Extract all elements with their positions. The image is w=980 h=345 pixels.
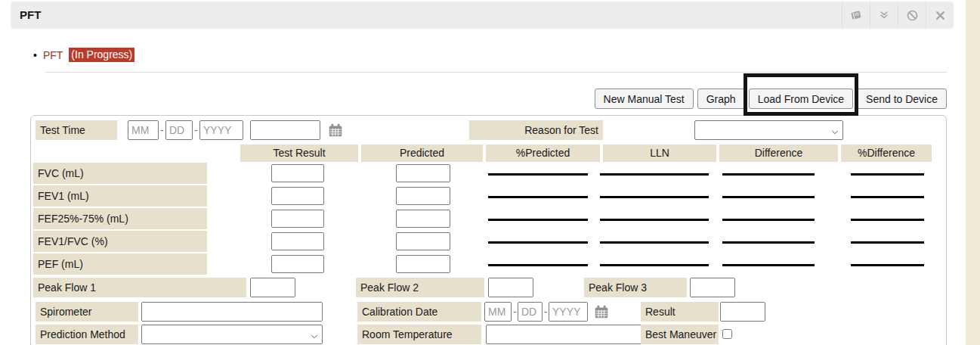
pef-pct-difference-line (851, 264, 924, 266)
column-header-pct-predicted: %Predicted (486, 145, 600, 162)
fef2575-predicted-input[interactable] (396, 210, 450, 228)
date-separator: - (194, 120, 198, 140)
fvc-pct-predicted-line (488, 173, 588, 176)
calendar-icon[interactable] (593, 303, 610, 322)
send-to-device-button[interactable]: Send to Device (857, 89, 947, 109)
new-manual-test-button[interactable]: New Manual Test (595, 89, 694, 109)
fev1fvc-difference-line (722, 241, 815, 244)
spirometer-input[interactable] (141, 302, 323, 322)
fev1fvc-predicted-input[interactable] (396, 232, 450, 250)
load-from-device-button[interactable]: Load From Device (749, 89, 853, 109)
pft-panel: PFT (0, 0, 980, 345)
fev1-difference-line (722, 196, 815, 198)
pef-difference-line (722, 264, 815, 266)
room-temperature-label: Room Temperature (357, 325, 481, 344)
column-header-pct-difference: %Difference (841, 145, 932, 162)
fev1fvc-lln-line (600, 241, 709, 244)
date-separator: - (544, 302, 548, 322)
column-header-predicted: Predicted (361, 145, 483, 162)
fef2575-pct-difference-line (851, 219, 924, 221)
book-icon[interactable] (842, 2, 870, 29)
prediction-method-label: Prediction Method (36, 325, 138, 344)
circle-slash-icon[interactable] (898, 2, 926, 29)
column-header-test-result: Test Result (240, 145, 358, 162)
test-time-time-input[interactable] (250, 120, 320, 140)
test-time-day-input[interactable] (165, 120, 193, 140)
calibration-day-input[interactable] (518, 302, 543, 322)
panel-toolbar (842, 2, 954, 29)
test-time-label: Test Time (36, 120, 117, 140)
fvc-lln-line (600, 173, 709, 176)
row-label-fef2575: FEF25%-75% (mL) (33, 208, 207, 229)
calibration-date-label: Calibration Date (357, 302, 481, 322)
fvc-test-result-input[interactable] (271, 164, 324, 182)
fev1-predicted-input[interactable] (396, 187, 450, 205)
result-label: Result (641, 302, 719, 322)
action-button-row: New Manual Test Graph Load From Device S… (30, 89, 947, 109)
row-label-fev1: FEV1 (mL) (33, 185, 207, 207)
page-edge-strip (966, 0, 980, 345)
reason-for-test-select[interactable] (694, 120, 843, 140)
reason-for-test-label: Reason for Test (469, 120, 603, 140)
fev1-pct-predicted-line (488, 196, 588, 198)
result-input[interactable] (720, 302, 765, 322)
peak-flow-2-label: Peak Flow 2 (356, 278, 484, 297)
calendar-icon[interactable] (327, 122, 344, 141)
best-maneuver-label: Best Maneuver (641, 325, 719, 344)
peak-flow-2-input[interactable] (488, 278, 533, 297)
room-temperature-input[interactable] (486, 325, 646, 344)
column-header-lln: LLN (603, 145, 716, 162)
graph-button[interactable]: Graph (697, 89, 745, 109)
fvc-difference-line (722, 173, 815, 176)
pef-test-result-input[interactable] (271, 255, 324, 273)
fvc-predicted-input[interactable] (396, 164, 450, 182)
peak-flow-3-input[interactable] (690, 278, 735, 297)
page-title: PFT (20, 2, 41, 29)
date-separator: - (160, 120, 164, 140)
row-label-fev1-fvc: FEV1/FVC (%) (33, 231, 207, 252)
pft-form-table: Test Time - - Reason for Test (30, 115, 947, 345)
pft-record-link[interactable]: PFT (43, 49, 63, 61)
fef2575-pct-predicted-line (488, 219, 588, 221)
pef-pct-predicted-line (488, 264, 588, 266)
spirometer-label: Spirometer (36, 302, 138, 322)
fev1fvc-pct-difference-line (851, 241, 924, 244)
fef2575-difference-line (722, 219, 815, 221)
divider (45, 72, 947, 73)
fev1-pct-difference-line (851, 196, 924, 198)
peak-flow-1-input[interactable] (250, 278, 295, 297)
best-maneuver-checkbox[interactable] (722, 329, 732, 339)
date-separator: - (513, 302, 517, 322)
close-icon[interactable] (926, 2, 954, 29)
test-time-year-input[interactable] (199, 120, 243, 140)
row-label-pef: PEF (mL) (33, 253, 207, 275)
calibration-month-input[interactable] (484, 302, 512, 322)
fev1-test-result-input[interactable] (271, 187, 324, 205)
fev1fvc-pct-predicted-line (488, 241, 588, 244)
fef2575-test-result-input[interactable] (271, 210, 324, 228)
prediction-method-select[interactable] (141, 325, 323, 344)
status-line: • PFT (In Progress) (33, 48, 134, 62)
row-label-fvc: FVC (mL) (33, 163, 207, 184)
panel-header: PFT (11, 2, 954, 29)
fvc-pct-difference-line (851, 173, 924, 176)
test-time-month-input[interactable] (128, 120, 159, 140)
pef-lln-line (600, 264, 709, 266)
calibration-year-input[interactable] (549, 302, 588, 322)
in-progress-badge: (In Progress) (69, 48, 134, 62)
peak-flow-3-label: Peak Flow 3 (584, 278, 687, 297)
fev1fvc-test-result-input[interactable] (271, 232, 324, 250)
pef-predicted-input[interactable] (396, 255, 450, 273)
fev1-lln-line (600, 196, 709, 198)
column-header-difference: Difference (719, 145, 838, 162)
double-chevron-down-icon[interactable] (870, 2, 898, 29)
bullet-marker: • (33, 49, 37, 61)
fef2575-lln-line (600, 219, 709, 221)
peak-flow-1-label: Peak Flow 1 (33, 278, 246, 297)
